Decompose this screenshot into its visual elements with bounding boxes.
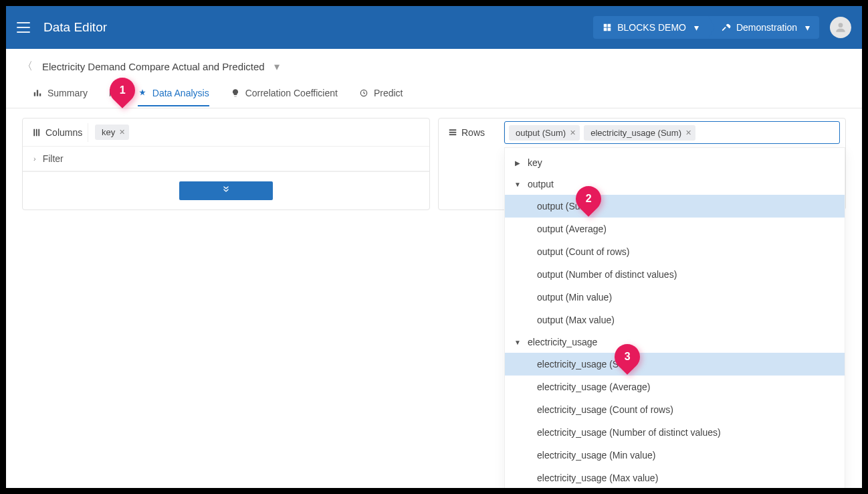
triangle-down-icon: ▼ xyxy=(514,181,521,188)
org-crumb[interactable]: BLOCKS DEMO ▾ xyxy=(593,16,708,39)
dropdown-item[interactable]: output (Count of rows) xyxy=(505,240,845,263)
dropdown-section-output[interactable]: ▼ output xyxy=(505,173,845,195)
tab-summary[interactable]: Summary xyxy=(33,81,88,106)
dropdown-item[interactable]: electricity_usage (Min value) xyxy=(505,444,845,467)
svg-rect-5 xyxy=(33,129,35,136)
svg-rect-9 xyxy=(449,132,457,133)
tab-data-analysis[interactable]: Data Analysis xyxy=(138,81,209,106)
dropdown-item[interactable]: output (Number of distinct values) xyxy=(505,263,845,286)
svg-rect-6 xyxy=(36,129,37,136)
filter-row[interactable]: › Filter xyxy=(23,147,429,171)
rows-panel: Rows output (Sum) ✕ electricity_usage (S… xyxy=(438,118,846,210)
annotation-marker-2: 2 xyxy=(576,186,601,221)
dropdown-item[interactable]: electricity_usage (Count of rows) xyxy=(505,398,845,421)
predict-icon xyxy=(359,88,368,98)
org-icon xyxy=(603,23,612,32)
triangle-down-icon: ▼ xyxy=(514,339,521,346)
svg-rect-7 xyxy=(38,129,39,136)
rows-dropdown: ▶ key ▼ output output (Sum) 2 output (Av… xyxy=(504,147,845,488)
tab-predict[interactable]: Predict xyxy=(359,81,403,106)
page-title: Electricity Demand Compare Actual and Pr… xyxy=(42,61,265,72)
caret-down-icon: ▾ xyxy=(805,22,810,33)
chevron-right-icon: › xyxy=(33,155,36,163)
avatar[interactable] xyxy=(830,17,851,38)
dropdown-item[interactable]: output (Max value) xyxy=(505,309,845,331)
dropdown-item[interactable]: output (Min value) xyxy=(505,286,845,309)
dropdown-section-key[interactable]: ▶ key xyxy=(505,152,845,173)
row-chip[interactable]: output (Sum) ✕ xyxy=(509,125,580,141)
dropdown-item[interactable]: electricity_usage (Average) xyxy=(505,376,845,398)
dropdown-section-electricity[interactable]: ▼ electricity_usage xyxy=(505,331,845,353)
analysis-icon xyxy=(138,88,147,98)
dropdown-item[interactable]: output (Sum) 2 xyxy=(505,195,845,218)
project-crumb[interactable]: Demonstration ▾ xyxy=(708,16,819,39)
rows-icon xyxy=(448,128,457,137)
expand-button[interactable] xyxy=(179,181,273,200)
dropdown-item[interactable]: electricity_usage (Number of distinct va… xyxy=(505,421,845,444)
dropdown-item[interactable]: electricity_usage (Sum) 3 xyxy=(505,353,845,376)
back-chevron-icon[interactable]: 〈 xyxy=(22,60,33,74)
chip-close-icon[interactable]: ✕ xyxy=(119,128,125,137)
rows-label: Rows xyxy=(461,127,485,138)
app-title: Data Editor xyxy=(43,20,107,35)
page-caret-icon[interactable]: ▾ xyxy=(274,60,280,73)
app-header: Data Editor BLOCKS DEMO ▾ Demonstration … xyxy=(6,6,862,49)
svg-rect-3 xyxy=(39,93,41,96)
chip-close-icon[interactable]: ✕ xyxy=(685,129,691,137)
annotation-marker-1: 1 xyxy=(110,78,135,112)
chip-close-icon[interactable]: ✕ xyxy=(570,129,576,137)
columns-icon xyxy=(32,128,41,137)
user-icon xyxy=(834,21,847,34)
svg-rect-10 xyxy=(449,134,457,135)
summary-icon xyxy=(33,88,42,98)
svg-rect-8 xyxy=(449,129,457,131)
dropdown-item[interactable]: electricity_usage (Max value) xyxy=(505,467,845,488)
dropdown-item[interactable]: output (Average) xyxy=(505,218,845,240)
caret-down-icon: ▾ xyxy=(694,22,699,33)
svg-rect-2 xyxy=(37,90,38,96)
svg-point-0 xyxy=(839,23,843,27)
annotation-marker-3: 3 xyxy=(615,344,640,379)
rows-input[interactable]: output (Sum) ✕ electricity_usage (Sum) ✕ xyxy=(504,121,840,144)
wrench-icon xyxy=(722,23,731,32)
svg-rect-1 xyxy=(34,92,35,96)
triangle-right-icon: ▶ xyxy=(514,159,521,167)
hamburger-icon[interactable] xyxy=(17,22,30,33)
columns-label: Columns xyxy=(45,127,82,138)
row-chip[interactable]: electricity_usage (Sum) ✕ xyxy=(584,125,695,141)
lightbulb-icon xyxy=(231,88,240,98)
column-chip[interactable]: key ✕ xyxy=(95,125,129,140)
tab-correlation[interactable]: Correlation Coefficient xyxy=(231,81,338,106)
columns-input[interactable]: key ✕ xyxy=(88,125,424,140)
double-chevron-down-icon xyxy=(221,184,231,193)
columns-panel: Columns key ✕ › Filter xyxy=(22,118,430,210)
